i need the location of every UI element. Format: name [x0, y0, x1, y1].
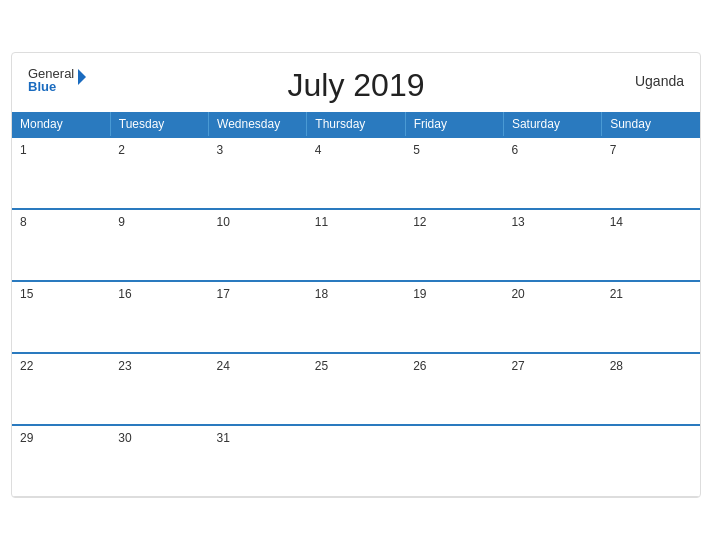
calendar-cell: 12: [405, 209, 503, 281]
calendar-cell: 25: [307, 353, 405, 425]
day-number: 21: [610, 287, 692, 301]
calendar-cell: 26: [405, 353, 503, 425]
day-number: 8: [20, 215, 102, 229]
calendar: General Blue July 2019 Uganda MondayTues…: [11, 52, 701, 499]
day-number: 16: [118, 287, 200, 301]
week-row-2: 15161718192021: [12, 281, 700, 353]
calendar-cell: [405, 425, 503, 497]
calendar-cell: 2: [110, 137, 208, 209]
calendar-cell: 21: [602, 281, 700, 353]
day-number: 28: [610, 359, 692, 373]
day-number: 10: [217, 215, 299, 229]
day-number: 9: [118, 215, 200, 229]
calendar-cell: 20: [503, 281, 601, 353]
weekday-header-sunday: Sunday: [602, 112, 700, 137]
weekday-header-tuesday: Tuesday: [110, 112, 208, 137]
calendar-cell: 9: [110, 209, 208, 281]
calendar-cell: 3: [209, 137, 307, 209]
day-number: 4: [315, 143, 397, 157]
day-number: 17: [217, 287, 299, 301]
day-number: 6: [511, 143, 593, 157]
day-number: 3: [217, 143, 299, 157]
logo-general-text: General: [28, 67, 74, 80]
day-number: 30: [118, 431, 200, 445]
day-number: 15: [20, 287, 102, 301]
day-number: 12: [413, 215, 495, 229]
day-number: 27: [511, 359, 593, 373]
day-number: 25: [315, 359, 397, 373]
day-number: 26: [413, 359, 495, 373]
calendar-cell: 30: [110, 425, 208, 497]
day-number: 22: [20, 359, 102, 373]
country-label: Uganda: [635, 73, 684, 89]
day-number: 13: [511, 215, 593, 229]
day-number: 2: [118, 143, 200, 157]
calendar-cell: 28: [602, 353, 700, 425]
day-number: 23: [118, 359, 200, 373]
week-row-0: 1234567: [12, 137, 700, 209]
calendar-cell: 7: [602, 137, 700, 209]
day-number: 5: [413, 143, 495, 157]
calendar-cell: 16: [110, 281, 208, 353]
day-number: 24: [217, 359, 299, 373]
weekday-header-thursday: Thursday: [307, 112, 405, 137]
calendar-cell: 31: [209, 425, 307, 497]
calendar-cell: 6: [503, 137, 601, 209]
day-number: 7: [610, 143, 692, 157]
day-number: 18: [315, 287, 397, 301]
weekday-header-wednesday: Wednesday: [209, 112, 307, 137]
calendar-cell: [307, 425, 405, 497]
calendar-cell: 5: [405, 137, 503, 209]
calendar-cell: 18: [307, 281, 405, 353]
calendar-cell: 4: [307, 137, 405, 209]
day-number: 29: [20, 431, 102, 445]
calendar-cell: 17: [209, 281, 307, 353]
week-row-3: 22232425262728: [12, 353, 700, 425]
calendar-cell: 8: [12, 209, 110, 281]
calendar-thead: MondayTuesdayWednesdayThursdayFridaySatu…: [12, 112, 700, 137]
day-number: 14: [610, 215, 692, 229]
day-number: 20: [511, 287, 593, 301]
calendar-cell: 22: [12, 353, 110, 425]
calendar-tbody: 1234567891011121314151617181920212223242…: [12, 137, 700, 497]
calendar-cell: 10: [209, 209, 307, 281]
calendar-cell: 27: [503, 353, 601, 425]
day-number: 31: [217, 431, 299, 445]
calendar-title: July 2019: [288, 67, 425, 104]
calendar-cell: 11: [307, 209, 405, 281]
logo: General Blue: [28, 67, 74, 93]
day-number: 19: [413, 287, 495, 301]
weekday-header-row: MondayTuesdayWednesdayThursdayFridaySatu…: [12, 112, 700, 137]
calendar-cell: 24: [209, 353, 307, 425]
calendar-cell: 19: [405, 281, 503, 353]
calendar-table: MondayTuesdayWednesdayThursdayFridaySatu…: [12, 112, 700, 498]
week-row-1: 891011121314: [12, 209, 700, 281]
calendar-cell: 14: [602, 209, 700, 281]
calendar-cell: 29: [12, 425, 110, 497]
calendar-cell: 1: [12, 137, 110, 209]
calendar-cell: 15: [12, 281, 110, 353]
calendar-cell: 13: [503, 209, 601, 281]
weekday-header-monday: Monday: [12, 112, 110, 137]
logo-triangle-icon: [78, 69, 86, 85]
calendar-cell: [503, 425, 601, 497]
calendar-header: General Blue July 2019 Uganda: [12, 53, 700, 112]
weekday-header-friday: Friday: [405, 112, 503, 137]
week-row-4: 293031: [12, 425, 700, 497]
weekday-header-saturday: Saturday: [503, 112, 601, 137]
day-number: 11: [315, 215, 397, 229]
day-number: 1: [20, 143, 102, 157]
logo-blue-text: Blue: [28, 80, 74, 93]
calendar-cell: [602, 425, 700, 497]
calendar-cell: 23: [110, 353, 208, 425]
